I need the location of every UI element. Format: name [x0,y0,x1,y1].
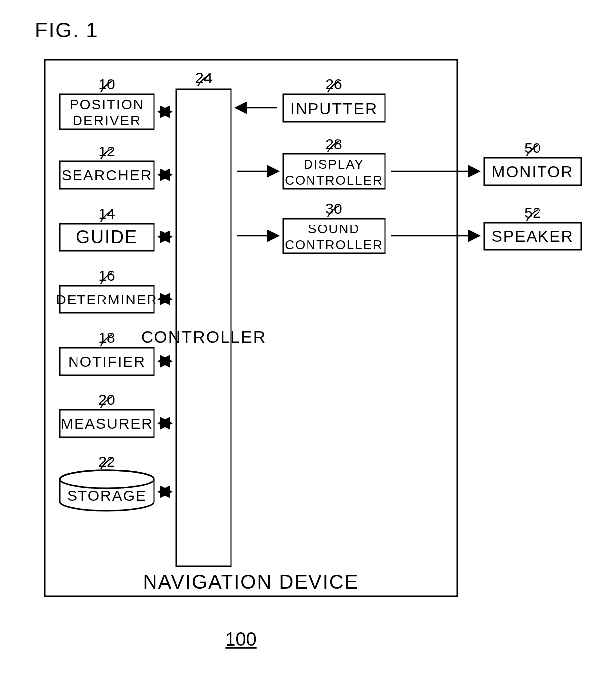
controller-label: CONTROLLER [141,327,266,346]
inputter-label: INPUTTER [290,100,378,118]
sound-controller-line1: SOUND [308,222,360,236]
storage-label: STORAGE [67,487,147,504]
measurer-label: MEASURER [61,415,153,432]
searcher-label: SEARCHER [62,167,153,183]
position-deriver-line2: DERIVER [73,113,141,128]
device-ref: 100 [225,629,256,650]
controller-ref: 24 [195,69,213,87]
determiner-label: DETERMINER [56,292,157,307]
figure-label: FIG. 1 [35,18,99,42]
sound-controller-line2: CONTROLLER [285,237,383,252]
diagram-canvas: FIG. 1 NAVIGATION DEVICE 100 CONTROLLER … [0,0,616,676]
display-controller-line1: DISPLAY [304,157,364,172]
speaker-label: SPEAKER [491,227,573,245]
position-deriver-line1: POSITION [70,97,144,112]
guide-label: GUIDE [76,227,138,247]
monitor-label: MONITOR [492,163,574,181]
device-label: NAVIGATION DEVICE [143,571,359,593]
display-controller-line2: CONTROLLER [285,173,383,188]
notifier-label: NOTIFIER [68,353,146,370]
